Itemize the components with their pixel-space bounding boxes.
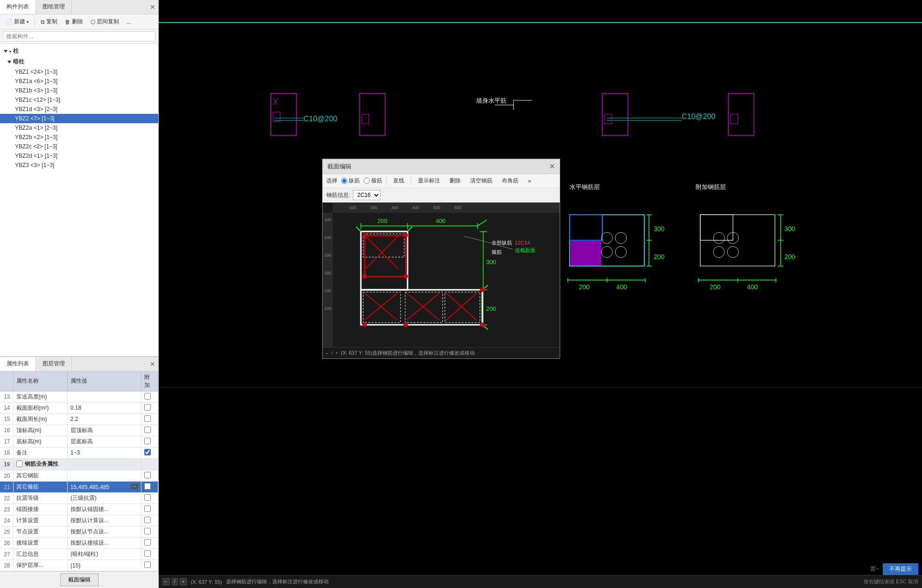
row-check-16[interactable]	[144, 427, 151, 433]
list-item[interactable]: YBZ1b <3> [1~3]	[0, 86, 158, 95]
more-button[interactable]: ...	[124, 17, 134, 27]
delete-btn[interactable]: 删除	[447, 176, 464, 186]
bottom-action-bar: 置~ 不再提示	[870, 563, 918, 575]
row-check-13[interactable]	[144, 393, 151, 399]
dialog-status-bar: ⌐ / + (X: 637 Y: 55)选择钢筋进行编辑，选择标注进行修改或移动	[323, 347, 560, 358]
svg-point-107	[403, 322, 408, 327]
dialog-close-button[interactable]: ✕	[549, 162, 555, 171]
layout-corner-btn[interactable]: 布角筋	[499, 176, 521, 186]
search-bar	[0, 29, 158, 44]
section-editor-dialog[interactable]: 截面编辑 ✕ 选择 纵筋 箍筋	[322, 159, 560, 359]
new-button[interactable]: 📄 新建 ▾	[3, 16, 32, 27]
row-check-28[interactable]	[144, 561, 151, 568]
longitudinal-radio-label[interactable]: 纵筋	[341, 177, 360, 185]
row-check-18[interactable]	[144, 449, 151, 455]
stirrup-radio-label[interactable]: 箍筋	[364, 177, 382, 185]
ruler-left: 100 100 100 100 100 100	[323, 213, 333, 347]
row-check-22[interactable]	[144, 494, 151, 501]
attr-panel: 属性列表 图层管理 ✕ 属性名称 属性值 附加	[0, 357, 158, 588]
new-dropdown-icon[interactable]: ▾	[27, 20, 29, 24]
copy-icon: ⧉	[41, 19, 45, 25]
copy-button[interactable]: ⧉ 复制	[38, 16, 60, 27]
component-toolbar: 📄 新建 ▾ ⧉ 复制 🗑 删除 ⬡ 层间复制 ...	[0, 14, 158, 29]
row-check-24[interactable]	[144, 517, 151, 523]
svg-point-25	[615, 232, 626, 244]
row-check-25[interactable]	[144, 528, 151, 534]
row-check-14[interactable]	[144, 404, 151, 411]
ruler-top: 100 200 300 400 500 600	[333, 203, 560, 213]
list-item[interactable]: YBZ2d <1> [1~3]	[0, 151, 158, 161]
straight-line-btn[interactable]: 直线	[390, 176, 407, 186]
layer-copy-button[interactable]: ⬡ 层间复制	[88, 16, 122, 27]
col-extra: 附加	[141, 371, 158, 392]
tab-layer-management[interactable]: 图层管理	[36, 357, 72, 371]
tree-subgroup-dark-column[interactable]: 暗柱	[0, 56, 158, 67]
list-item[interactable]: YBZ1d <3> [2~3]	[0, 105, 158, 114]
delete-button[interactable]: 🗑 删除	[62, 16, 86, 27]
tab-component-list[interactable]: 构件列表	[0, 0, 36, 14]
row-check-15[interactable]	[144, 415, 151, 422]
list-item[interactable]: YBZ1 <24> [1~3]	[0, 67, 158, 77]
more-value-btn[interactable]: ···	[131, 484, 138, 489]
svg-rect-20	[731, 114, 738, 124]
status-icon-1[interactable]: ⌐	[162, 578, 170, 585]
row-check-19[interactable]	[16, 461, 23, 467]
svg-rect-18	[605, 114, 612, 124]
section-svg: 200 400 300	[333, 213, 560, 347]
layer-copy-icon: ⬡	[91, 19, 95, 25]
tab-attr-list[interactable]: 属性列表	[0, 357, 36, 371]
svg-point-44	[713, 246, 725, 258]
snap-icon-1: ⌐	[326, 351, 329, 356]
sep-1	[386, 177, 387, 185]
svg-text:400: 400	[747, 283, 758, 291]
row-check-26[interactable]	[144, 539, 151, 546]
more-tools-btn[interactable]: »	[525, 177, 534, 185]
main-area: C10@200 墙身水平筋 C10@200	[159, 0, 922, 588]
svg-rect-4	[273, 112, 280, 121]
svg-rect-1	[271, 93, 296, 135]
search-input[interactable]	[3, 31, 155, 42]
list-item[interactable]: YBZ1a <6> [1~3]	[0, 77, 158, 86]
list-item[interactable]: YBZ1c <12> [1~3]	[0, 95, 158, 105]
status-icon-3[interactable]: +	[180, 578, 187, 585]
row-check-27[interactable]	[144, 550, 151, 557]
clear-rebar-btn[interactable]: 清空钢筋	[467, 176, 495, 186]
dialog-info-bar: 钢筋信息: 2C16	[323, 188, 560, 203]
svg-line-92	[356, 227, 361, 231]
row-check-23[interactable]	[144, 505, 151, 512]
list-item-selected[interactable]: YBZ2 <7> [1~3]	[0, 114, 158, 123]
sep-2	[411, 177, 411, 185]
rebar-info-select[interactable]: 2C16	[353, 190, 380, 200]
snap-icon-2: /	[331, 351, 333, 356]
display-mark-btn[interactable]: 显示标注	[415, 176, 443, 186]
tab-drawing-management[interactable]: 图纸管理	[36, 0, 72, 14]
no-tip-button[interactable]: 不再提示	[883, 563, 918, 575]
svg-text:水平钢筋层: 水平钢筋层	[570, 183, 600, 190]
row-check-17[interactable]	[144, 438, 151, 444]
svg-point-103	[403, 233, 408, 238]
longitudinal-radio[interactable]	[341, 178, 347, 184]
dialog-body: 100 200 300 400 500 600 100 100 100	[323, 203, 560, 347]
table-row: 25 节点设置 按默认节点设...	[0, 526, 158, 538]
svg-point-102	[362, 233, 367, 238]
close-left-top-btn[interactable]: ✕	[150, 3, 155, 11]
svg-point-27	[615, 246, 626, 258]
list-item[interactable]: YBZ2b <2> [1~3]	[0, 133, 158, 142]
status-icon-2[interactable]: /	[172, 578, 178, 585]
svg-text:300: 300	[654, 225, 665, 232]
list-item[interactable]: YBZ2c <2> [1~3]	[0, 142, 158, 151]
row-check-20[interactable]	[144, 472, 151, 478]
list-item[interactable]: YBZ3 <3> [1~3]	[0, 161, 158, 170]
status-coords: (X: 637 Y: 55)	[190, 579, 222, 585]
stirrup-radio[interactable]	[364, 178, 370, 184]
svg-text:200: 200	[710, 283, 721, 291]
rebar-info-label: 钢筋信息:	[326, 191, 350, 199]
cad-canvas[interactable]: C10@200 墙身水平筋 C10@200	[159, 0, 922, 588]
table-row: 16 顶标高(m) 层顶标高	[0, 425, 158, 436]
tree-group-column[interactable]: ▪ 柱	[0, 46, 158, 56]
close-attr-btn[interactable]: ✕	[150, 360, 155, 368]
svg-point-104	[362, 274, 367, 279]
section-edit-button[interactable]: 截面编辑	[60, 574, 99, 586]
list-item[interactable]: YBZ2a <1> [2~3]	[0, 123, 158, 133]
row-check-21[interactable]	[144, 483, 151, 490]
